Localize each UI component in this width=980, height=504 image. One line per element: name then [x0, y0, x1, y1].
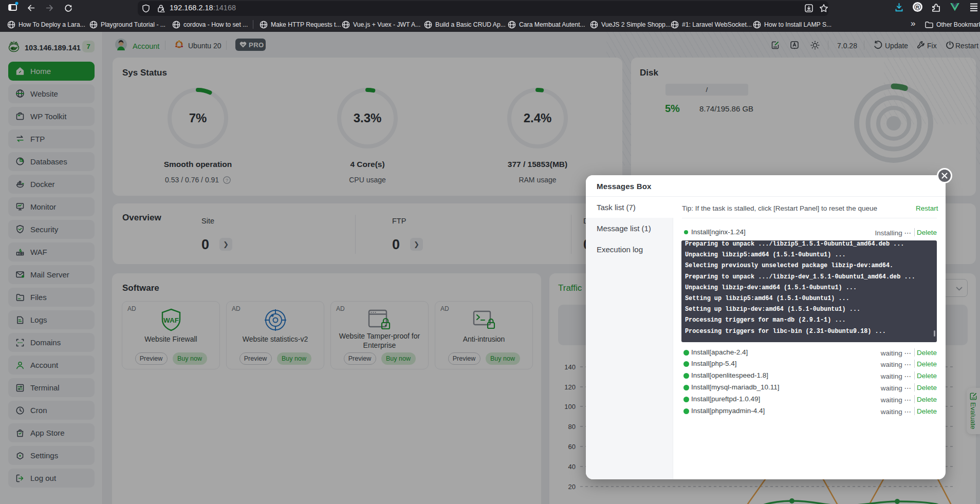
svg-text:R: R — [916, 4, 919, 10]
